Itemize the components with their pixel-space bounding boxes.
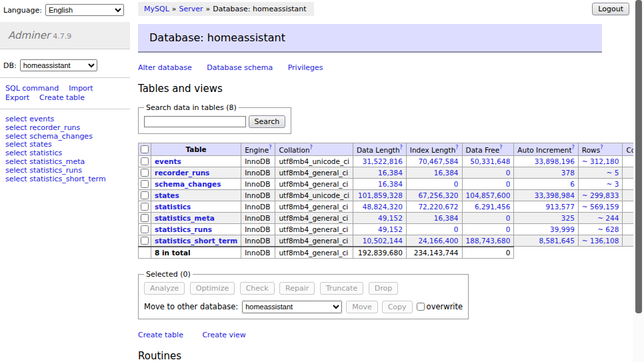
table-name-link[interactable]: recorder_runs [155, 169, 209, 177]
help-icon[interactable]: ? [310, 145, 313, 151]
search-input[interactable] [144, 116, 246, 127]
check-button[interactable]: Check [240, 282, 275, 295]
index-length-link[interactable]: 24,166,400 [418, 237, 458, 245]
index-length-link[interactable]: 67,256,320 [418, 191, 458, 199]
auto-increment-link[interactable]: 33,398,984 [535, 191, 575, 199]
rows-link[interactable]: ~ 628 [597, 225, 619, 233]
truncate-button[interactable]: Truncate [320, 282, 363, 295]
auto-increment-link[interactable]: 33,898,196 [535, 157, 575, 165]
index-length-link[interactable]: 0 [454, 225, 459, 233]
column-header-collation: Collation? [275, 143, 353, 156]
help-icon[interactable]: ? [572, 145, 575, 151]
data-free-link[interactable]: 6,291,456 [475, 203, 510, 211]
rows-link[interactable]: ~ 5 [607, 169, 619, 177]
copy-button[interactable]: Copy [382, 301, 413, 313]
drop-button[interactable]: Drop [369, 282, 398, 295]
sidebar-item-select-statistics-short-term[interactable]: select statistics_short_term [5, 175, 130, 184]
data-length-link[interactable]: 10,502,144 [363, 237, 403, 245]
row-checkbox[interactable] [141, 214, 149, 222]
index-length-link[interactable]: 72,220,672 [418, 203, 458, 211]
sql-command-link[interactable]: SQL command [5, 84, 59, 93]
help-icon[interactable]: ? [499, 145, 502, 151]
index-length-link[interactable]: 16,384 [434, 214, 459, 222]
auto-increment-link[interactable]: 913,577 [545, 203, 574, 211]
sidebar-item-select-events[interactable]: select events [5, 115, 130, 124]
export-link[interactable]: Export [5, 93, 29, 102]
rows-link[interactable]: ~ 136,108 [582, 237, 619, 245]
sidebar-item-select-statistics-meta[interactable]: select statistics_meta [5, 158, 130, 167]
rows-link[interactable]: ~ 312,180 [582, 157, 619, 165]
data-free-link[interactable]: 0 [506, 180, 511, 188]
table-name-link[interactable]: statistics_runs [155, 225, 212, 233]
alter-database-link[interactable]: Alter database [138, 63, 192, 72]
index-length-link[interactable]: 0 [454, 180, 459, 188]
auto-increment-link[interactable]: 39,999 [550, 225, 575, 233]
help-icon[interactable]: ? [269, 145, 271, 151]
row-checkbox[interactable] [141, 225, 149, 233]
breadcrumb-mysql-link[interactable]: MySQL [144, 5, 169, 13]
sidebar-item-select-recorder-runs[interactable]: select recorder_runs [5, 124, 130, 133]
create-table-link[interactable]: Create table [39, 93, 85, 102]
sidebar-item-select-statistics-runs[interactable]: select statistics_runs [5, 167, 130, 175]
row-checkbox[interactable] [141, 191, 149, 199]
search-button[interactable]: Search [249, 115, 286, 128]
create-view-link[interactable]: Create view [202, 331, 245, 339]
db-select[interactable]: homeassistant [20, 59, 97, 71]
rows-link[interactable]: ~ 299,833 [582, 191, 619, 199]
privileges-link[interactable]: Privileges [288, 63, 323, 72]
data-length-link[interactable]: 49,152 [378, 214, 403, 222]
rows-cell: ~ 5 [578, 167, 623, 178]
data-free-link[interactable]: 0 [506, 214, 511, 222]
breadcrumb-server-link[interactable]: Server [179, 5, 203, 13]
language-select[interactable]: English [45, 4, 124, 16]
auto-increment-link[interactable]: 325 [561, 214, 575, 222]
data-length-cell: 49,152 [353, 223, 406, 235]
data-free-link[interactable]: 0 [506, 225, 511, 233]
vertical-scrollbar[interactable] [633, 0, 644, 362]
row-checkbox[interactable] [141, 237, 149, 245]
optimize-button[interactable]: Optimize [190, 282, 235, 295]
auto-increment-link[interactable]: 6 [570, 180, 575, 188]
repair-button[interactable]: Repair [279, 282, 315, 295]
create-table-link-bottom[interactable]: Create table [138, 331, 183, 339]
data-free-link[interactable]: 50,331,648 [470, 157, 510, 165]
table-name-link[interactable]: statistics_short_term [155, 237, 237, 245]
scrollbar-thumb[interactable] [635, 0, 642, 313]
select-all-checkbox[interactable] [141, 145, 149, 153]
table-name-link[interactable]: events [155, 157, 181, 165]
database-schema-link[interactable]: Database schema [207, 63, 273, 72]
data-free-link[interactable]: 104,857,600 [466, 191, 511, 199]
data-free-link[interactable]: 188,743,680 [466, 237, 511, 245]
rows-link[interactable]: ~ 244 [597, 214, 619, 222]
data-free-link[interactable]: 0 [506, 169, 511, 177]
help-icon[interactable]: ? [400, 145, 403, 151]
auto-increment-link[interactable]: 378 [561, 169, 575, 177]
help-icon[interactable]: ? [455, 145, 458, 151]
data-length-link[interactable]: 48,824,320 [363, 203, 403, 211]
table-name-link[interactable]: statistics [155, 203, 191, 211]
move-db-select[interactable]: homeassistant [242, 301, 342, 313]
rows-link[interactable]: ~ 3 [607, 180, 619, 188]
data-length-link[interactable]: 49,152 [378, 225, 403, 233]
help-icon[interactable]: ? [600, 145, 603, 151]
auto-increment-link[interactable]: 8,581,645 [539, 237, 574, 245]
move-button[interactable]: Move [346, 301, 378, 313]
data-length-link[interactable]: 31,522,816 [363, 157, 403, 165]
index-length-link[interactable]: 70,467,584 [418, 157, 458, 165]
index-length-link[interactable]: 16,384 [434, 169, 459, 177]
auto-increment-cell: 378 [514, 167, 579, 178]
row-checkbox[interactable] [141, 169, 149, 177]
rows-link[interactable]: ~ 569,159 [582, 203, 619, 211]
data-length-link[interactable]: 16,384 [378, 169, 403, 177]
table-name-link[interactable]: statistics_meta [155, 214, 215, 222]
row-checkbox[interactable] [141, 157, 149, 165]
import-link[interactable]: Import [69, 84, 93, 93]
analyze-button[interactable]: Analyze [144, 282, 185, 295]
row-checkbox[interactable] [141, 203, 149, 211]
table-name-link[interactable]: states [155, 191, 179, 199]
table-name-link[interactable]: schema_changes [155, 180, 221, 188]
overwrite-checkbox[interactable] [417, 303, 425, 311]
data-length-link[interactable]: 101,859,328 [358, 191, 403, 199]
row-checkbox[interactable] [141, 180, 149, 188]
data-length-link[interactable]: 16,384 [378, 180, 403, 188]
